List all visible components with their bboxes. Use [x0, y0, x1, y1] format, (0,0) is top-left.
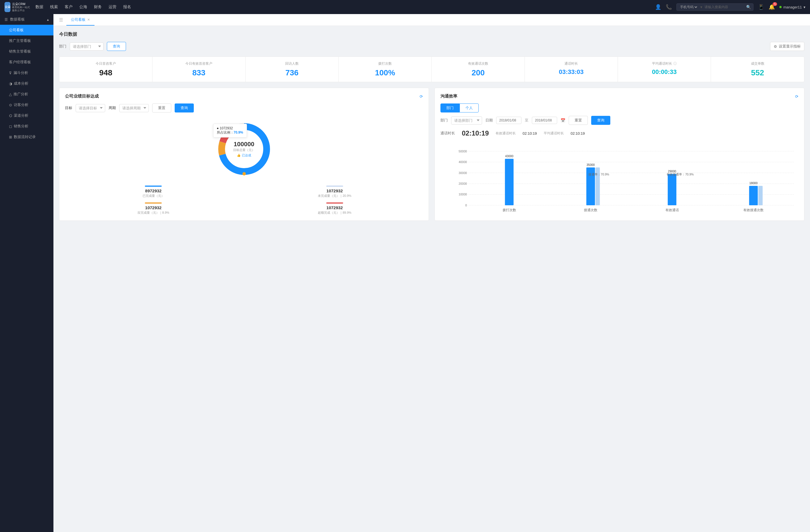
section-title-today: 今日数据: [59, 32, 804, 37]
svg-text:接通率：70.9%: 接通率：70.9%: [588, 173, 609, 176]
visitor-icon: ⊙: [9, 103, 12, 107]
nav-leads[interactable]: 线索: [50, 3, 58, 11]
stat-revisit: 回访人数 736: [245, 57, 339, 82]
svg-rect-35: [749, 186, 758, 205]
nav-ops[interactable]: 运营: [109, 3, 116, 11]
nav-signup[interactable]: 报名: [123, 3, 131, 11]
status-dot: [779, 6, 782, 8]
legend-bar-incomplete: [326, 186, 343, 187]
calendar-icon[interactable]: 📅: [561, 118, 565, 122]
today-query-button[interactable]: 查询: [107, 42, 126, 51]
sales-icon: ◻: [9, 124, 12, 129]
search-type-select[interactable]: 手机号码: [679, 5, 698, 9]
goal-period-select[interactable]: 请选择周期: [119, 104, 149, 112]
username: manager11: [783, 5, 802, 9]
stat-calls: 拨打次数 100%: [339, 57, 432, 82]
tab-company-board[interactable]: 公司看板 ✕: [66, 14, 95, 26]
legend-bar-over: [326, 202, 343, 203]
user-dropdown-icon: ▾: [804, 5, 806, 9]
date-from-input[interactable]: [496, 117, 521, 124]
legend-bar-should: [145, 202, 162, 203]
eff-dept-select[interactable]: 请选择部门: [451, 116, 482, 124]
svg-text:18000: 18000: [749, 181, 757, 185]
nav-sea[interactable]: 公海: [79, 3, 87, 11]
sidebar: ☰ 数据看板 ▴ 公司看板 推广主管看板 销售主管看板 客户经理看板 ⊽ 漏斗分…: [0, 14, 53, 532]
nav-finance[interactable]: 财务: [94, 3, 102, 11]
goal-panel-header: 公司业绩目标达成 ⟳: [65, 94, 423, 99]
tab-dept-button[interactable]: 部门: [440, 103, 459, 113]
page-content: 今日数据 部门 请选择部门 查询 ⚙ 设置显示指标: [53, 26, 810, 226]
sidebar-item-data-flow[interactable]: ⊞ 数据流转记录: [0, 132, 53, 142]
tab-person-button[interactable]: 个人: [459, 103, 479, 113]
nav-customer[interactable]: 客户: [65, 3, 72, 11]
sidebar-item-company-board[interactable]: 公司看板: [0, 25, 53, 35]
goal-panel-title: 公司业绩目标达成: [65, 94, 99, 99]
sidebar-item-promo-analysis[interactable]: △ 推广分析: [0, 89, 53, 100]
svg-text:0: 0: [465, 203, 467, 207]
goal-refresh-icon[interactable]: ⟳: [420, 94, 423, 99]
eff-refresh-icon[interactable]: ⟳: [795, 94, 798, 99]
notification-bell[interactable]: 🔔 5: [769, 4, 775, 10]
svg-text:10000: 10000: [459, 193, 467, 196]
goal-reset-button[interactable]: 重置: [152, 103, 171, 113]
flow-icon: ⊞: [9, 135, 12, 139]
tablet-icon[interactable]: 📱: [758, 4, 764, 10]
main-content: ☰ 公司看板 ✕ 今日数据 部门 请选择部门 查询: [53, 14, 810, 532]
phone-icon[interactable]: 📞: [666, 4, 672, 10]
svg-text:30000: 30000: [459, 171, 467, 174]
dept-select[interactable]: 请选择部门: [70, 43, 103, 51]
efficiency-svg: 5000040000300002000010000050000400003000…: [454, 142, 798, 215]
sidebar-item-sales-board[interactable]: 销售主管看板: [0, 46, 53, 57]
sidebar-item-manager-board[interactable]: 客户经理看板: [0, 57, 53, 67]
svg-text:有效接通次数: 有效接通次数: [743, 208, 764, 212]
svg-text:40000: 40000: [459, 160, 467, 164]
nav-data[interactable]: 数据: [35, 3, 43, 11]
efficiency-panel: 沟通效率 ⟳ 部门 个人 部门 请选择部门 日期: [435, 88, 804, 221]
setting-display-button[interactable]: ⚙ 设置显示指标: [770, 42, 804, 51]
donut-wrapper: ● 1072932 所占比例：70.9%: [213, 118, 275, 180]
svg-text:43000: 43000: [505, 154, 513, 158]
eff-reset-button[interactable]: 重置: [569, 116, 588, 125]
svg-text:35000: 35000: [586, 163, 595, 166]
legend-bar-completed: [145, 186, 162, 187]
setting-icon: ⚙: [774, 45, 777, 49]
nav-right: 👤 📞 手机号码 ▾ 🔍 📱 🔔 5 manager11 ▾: [655, 3, 806, 11]
eff-filter-row: 部门 请选择部门 日期 至 📅 重置 查询: [440, 116, 798, 125]
donut-chart: ● 1072932 所占比例：70.9%: [65, 118, 423, 180]
legend-completed: 8972932 已完成量（元）: [65, 186, 242, 198]
search-icon[interactable]: 🔍: [746, 5, 751, 9]
sidebar-item-funnel[interactable]: ⊽ 漏斗分析: [0, 67, 53, 78]
tab-close-icon[interactable]: ✕: [87, 18, 90, 22]
filter-left: 部门 请选择部门 查询: [59, 42, 126, 51]
sidebar-item-promo-board[interactable]: 推广主管看板: [0, 35, 53, 46]
user-menu[interactable]: manager11 ▾: [779, 5, 806, 9]
sidebar-item-channel[interactable]: ⌬ 渠道分析: [0, 110, 53, 121]
eff-panel-header: 沟通效率 ⟳: [440, 94, 798, 99]
user-icon[interactable]: 👤: [655, 4, 661, 10]
svg-text:接通次数: 接通次数: [584, 208, 597, 212]
eff-query-button[interactable]: 查询: [591, 116, 610, 125]
svg-rect-23: [505, 159, 514, 205]
sidebar-collapse-icon: ▴: [47, 17, 49, 22]
avg-info-icon: ⓘ: [673, 62, 677, 66]
search-box: 手机号码 ▾ 🔍: [676, 3, 754, 11]
date-to-input[interactable]: [532, 117, 557, 124]
goal-target-select[interactable]: 请选择目标: [76, 104, 105, 112]
sidebar-group-icon: ☰: [4, 17, 8, 22]
stat-deals: 成交单数 552: [711, 57, 804, 82]
channel-icon: ⌬: [9, 114, 12, 118]
search-input[interactable]: [704, 5, 744, 9]
eff-tab-group: 部门 个人: [440, 103, 798, 113]
logo-text: 云朵CRM 教育机构一站式服务云平台: [12, 2, 30, 12]
sidebar-item-visitor[interactable]: ⊙ 访客分析: [0, 100, 53, 110]
sidebar-group-header[interactable]: ☰ 数据看板 ▴: [0, 14, 53, 25]
goal-form: 目标 请选择目标 周期 请选择周期 重置 查询: [65, 103, 423, 113]
eff-panel-title: 沟通效率: [440, 94, 457, 99]
svg-text:有效通话: 有效通话: [665, 209, 679, 212]
tab-toggle-icon[interactable]: ☰: [59, 17, 63, 22]
sidebar-item-cost[interactable]: ◑ 成本分析: [0, 78, 53, 89]
goal-query-button[interactable]: 查询: [175, 103, 194, 113]
top-navigation: 云朵 云朵CRM 教育机构一站式服务云平台 数据 线索 客户 公海 财务 运营 …: [0, 0, 810, 14]
legend-should-complete: 1072932 应完成量（元）｜8.9%: [65, 202, 242, 215]
sidebar-item-sales-analysis[interactable]: ◻ 销售分析: [0, 121, 53, 132]
